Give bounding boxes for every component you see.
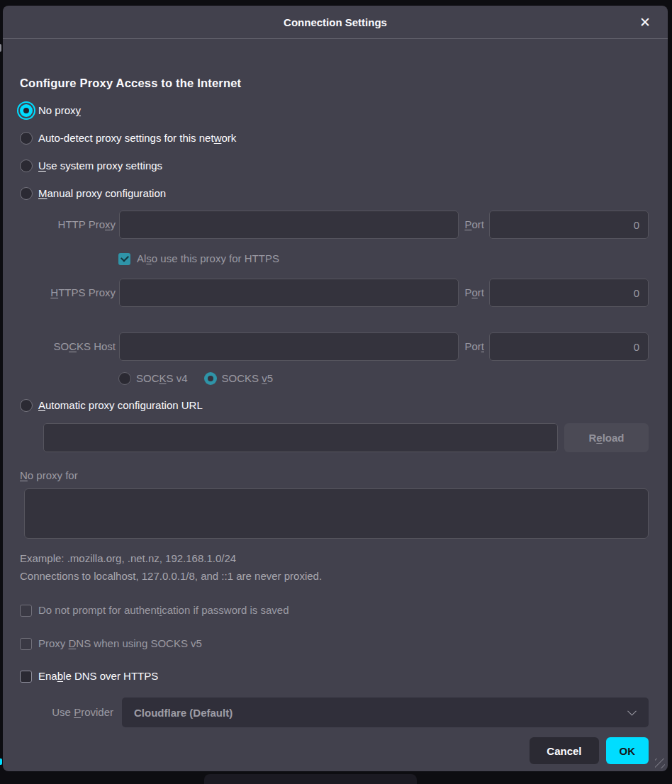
radio-icon-auto-url[interactable] — [20, 399, 33, 412]
socks-host-row: SOCKS Host Port — [20, 332, 649, 361]
background-accent-sliver — [0, 758, 2, 765]
auto-url-input[interactable] — [43, 423, 558, 452]
radio-icon-use-system[interactable] — [20, 159, 33, 172]
never-proxied-note: Connections to localhost, 127.0.0.1/8, a… — [20, 571, 649, 582]
radio-row-auto-url[interactable]: Automatic proxy configuration URL — [20, 396, 649, 415]
https-port-label: Port — [464, 284, 484, 301]
provider-selected-value: Cloudflare (Default) — [134, 707, 233, 719]
proxy-dns-row[interactable]: Proxy DNS when using SOCKS v5 — [20, 635, 649, 652]
http-proxy-label: HTTP Proxy — [20, 218, 116, 232]
auto-url-row: Reload — [43, 423, 649, 452]
socks-host-input[interactable] — [119, 332, 459, 361]
reload-button[interactable]: Reload — [564, 423, 649, 452]
no-proxy-for-textarea[interactable] — [24, 488, 649, 539]
provider-row: Use Provider Cloudflare (Default) — [20, 698, 649, 727]
socks-port-label: Port — [464, 338, 484, 355]
dialog-titlebar: Connection Settings ✕ — [3, 6, 668, 39]
provider-dropdown[interactable]: Cloudflare (Default) — [122, 698, 649, 727]
dialog-content: Configure Proxy Access to the Internet N… — [3, 39, 668, 764]
https-port-input[interactable] — [489, 279, 649, 307]
proxy-dns-checkbox[interactable] — [20, 638, 32, 650]
radio-icon-manual[interactable] — [20, 187, 33, 200]
page-title: Configure Proxy Access to the Internet — [20, 74, 649, 91]
radio-row-use-system[interactable]: Use system proxy settings — [20, 157, 649, 175]
enable-doh-row[interactable]: Enable DNS over HTTPS — [20, 668, 649, 685]
example-note: Example: .mozilla.org, .net.nz, 192.168.… — [20, 553, 649, 564]
chevron-down-icon — [627, 707, 637, 716]
radio-row-no-proxy[interactable]: No proxy — [20, 101, 649, 120]
ok-button[interactable]: OK — [606, 737, 649, 764]
socks-host-label: SOCKS Host — [20, 340, 116, 354]
radio-label-auto-detect[interactable]: Auto-detect proxy settings for this netw… — [38, 130, 236, 147]
http-proxy-row: HTTP Proxy Port — [20, 211, 649, 239]
radio-label-no-proxy[interactable]: No proxy — [38, 102, 81, 119]
socks-port-input[interactable] — [489, 332, 649, 361]
dialog-button-bar: Cancel OK — [20, 737, 649, 764]
radio-label-auto-url[interactable]: Automatic proxy configuration URL — [38, 397, 203, 414]
no-proxy-for-label: No proxy for — [20, 469, 649, 483]
socks-v4-label[interactable]: SOCKS v4 — [136, 370, 188, 387]
radio-row-manual[interactable]: Manual proxy configuration — [20, 184, 649, 203]
socks-v5-radio[interactable] — [204, 372, 217, 385]
http-port-input[interactable] — [489, 211, 649, 239]
background-page-element — [204, 774, 417, 784]
socks-v4-radio[interactable] — [118, 372, 131, 385]
auth-prompt-label[interactable]: Do not prompt for authentication if pass… — [38, 602, 289, 619]
close-icon[interactable]: ✕ — [637, 14, 654, 30]
background-gray-sliver — [0, 44, 1, 52]
https-proxy-row: HTTPS Proxy Port — [20, 279, 649, 307]
radio-icon-no-proxy[interactable] — [20, 104, 33, 117]
http-port-label: Port — [464, 216, 484, 233]
enable-doh-label[interactable]: Enable DNS over HTTPS — [38, 668, 158, 685]
radio-label-manual[interactable]: Manual proxy configuration — [38, 185, 166, 202]
proxy-dns-label[interactable]: Proxy DNS when using SOCKS v5 — [38, 635, 202, 652]
resize-grip[interactable] — [655, 758, 665, 768]
also-https-checkbox[interactable] — [118, 253, 130, 265]
dialog-title: Connection Settings — [284, 16, 387, 28]
cancel-button[interactable]: Cancel — [530, 737, 598, 764]
socks-v5-label[interactable]: SOCKS v5 — [222, 370, 274, 387]
connection-settings-dialog: Connection Settings ✕ Configure Proxy Ac… — [3, 6, 668, 771]
radio-icon-auto-detect[interactable] — [20, 132, 33, 145]
also-https-label[interactable]: Also use this proxy for HTTPS — [137, 250, 279, 267]
http-proxy-input[interactable] — [119, 211, 459, 239]
socks-version-row: SOCKS v4 SOCKS v5 — [118, 369, 649, 388]
use-provider-label: Use Provider — [20, 705, 113, 719]
https-proxy-label: HTTPS Proxy — [20, 286, 116, 300]
also-https-row[interactable]: Also use this proxy for HTTPS — [118, 250, 649, 268]
auth-prompt-row[interactable]: Do not prompt for authentication if pass… — [20, 602, 649, 619]
enable-doh-checkbox[interactable] — [20, 671, 32, 683]
radio-row-auto-detect[interactable]: Auto-detect proxy settings for this netw… — [20, 129, 649, 147]
auth-prompt-checkbox[interactable] — [20, 605, 32, 617]
https-proxy-input[interactable] — [119, 279, 459, 307]
radio-label-use-system[interactable]: Use system proxy settings — [38, 157, 162, 174]
